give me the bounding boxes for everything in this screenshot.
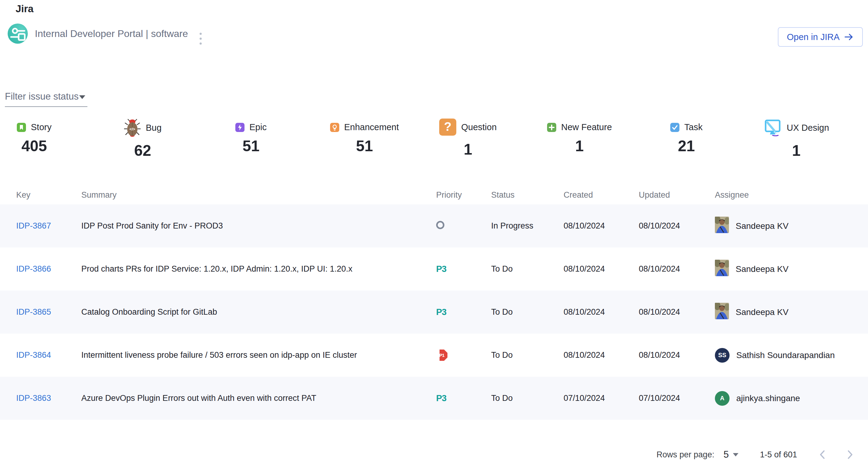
previous-page-button[interactable] <box>817 449 829 461</box>
issue-updated: 08/10/2024 <box>639 351 715 360</box>
rows-per-page-value: 5 <box>723 449 728 460</box>
new-feature-icon <box>547 123 556 132</box>
counter-value: 51 <box>356 137 373 155</box>
enhancement-icon <box>330 123 339 132</box>
open-in-jira-label: Open in JIRA <box>787 32 840 42</box>
issue-created: 08/10/2024 <box>564 221 639 231</box>
counter-label: New Feature <box>561 122 612 132</box>
column-header-created: Created <box>564 190 639 200</box>
assignee-name: Sathish Soundarapandian <box>736 351 835 360</box>
issue-key-link[interactable]: IDP-3865 <box>16 307 51 317</box>
avatar: A <box>715 391 730 406</box>
project-name: Internal Developer Portal | software <box>35 28 188 39</box>
counter-label: Enhancement <box>344 122 399 132</box>
counter-task: Task 21 <box>670 119 703 155</box>
next-page-button[interactable] <box>843 449 856 461</box>
counter-value: 62 <box>134 142 151 160</box>
counter-label: UX Design <box>787 123 829 133</box>
issue-status: To Do <box>491 307 564 317</box>
priority-p3-badge: P3 <box>436 393 446 403</box>
issue-status: To Do <box>491 351 564 360</box>
issue-key-link[interactable]: IDP-3864 <box>16 351 51 360</box>
question-icon: ? <box>439 119 456 136</box>
epic-icon <box>235 123 245 132</box>
issue-key-link[interactable]: IDP-3866 <box>16 264 51 273</box>
issue-created: 08/10/2024 <box>564 351 639 360</box>
pagination-bar: Rows per page: 5 1-5 of 601 <box>656 445 856 464</box>
issue-summary: Prod charts PRs for IDP Service: 1.20.x,… <box>81 264 436 274</box>
bug-icon: </> <box>124 119 141 137</box>
chevron-down-icon <box>733 453 738 457</box>
svg-text:?: ? <box>444 120 452 133</box>
counter-value: 1 <box>792 142 801 160</box>
counter-question: ? Question 1 <box>439 119 497 158</box>
table-row: IDP-3864 Intermittent liveness probe fai… <box>0 334 868 377</box>
ux-design-icon <box>764 119 782 137</box>
counter-label: Story <box>31 122 52 132</box>
counter-value: 405 <box>21 137 47 155</box>
counter-ux-design: UX Design 1 <box>764 119 829 160</box>
table-row: IDP-3863 Azure DevOps Plugin Errors out … <box>0 377 868 420</box>
svg-text:</>: </> <box>130 127 135 131</box>
counter-value: 51 <box>242 137 259 155</box>
table-row: IDP-3866 Prod charts PRs for IDP Service… <box>0 247 868 291</box>
counter-value: 21 <box>678 137 695 155</box>
issue-updated: 08/10/2024 <box>639 221 715 231</box>
task-icon <box>670 123 679 132</box>
assignee-name: Sandeepa KV <box>736 264 788 274</box>
issue-summary: Catalog Onboarding Script for GitLab <box>81 307 436 317</box>
issue-summary: Azure DevOps Plugin Errors out with Auth… <box>81 394 436 403</box>
column-header-assignee: Assignee <box>715 190 852 200</box>
issues-table: Key Summary Priority Status Created Upda… <box>0 186 868 420</box>
kebab-menu-icon[interactable] <box>194 30 207 47</box>
issue-type-counters: Story 405 </> <box>0 119 868 176</box>
column-header-priority: Priority <box>436 190 491 200</box>
issue-summary: Intermittent liveness probe failure / 50… <box>81 351 436 360</box>
column-header-status: Status <box>491 190 564 200</box>
issue-status: To Do <box>491 394 564 403</box>
assignee-name: ajinkya.shingane <box>736 394 800 403</box>
chevron-right-icon <box>843 449 856 461</box>
priority-p3-badge: P3 <box>436 307 446 317</box>
counter-label: Task <box>684 122 703 132</box>
issue-created: 08/10/2024 <box>564 264 639 274</box>
table-row: IDP-3865 Catalog Onboarding Script for G… <box>0 291 868 334</box>
issue-status: To Do <box>491 264 564 274</box>
page-title: Jira <box>16 3 34 15</box>
rows-per-page-select[interactable]: 5 <box>723 449 738 460</box>
pagination-range: 1-5 of 601 <box>760 450 797 460</box>
filter-issue-status-dropdown[interactable]: Filter issue status <box>5 91 87 107</box>
issue-created: 08/10/2024 <box>564 307 639 317</box>
counter-value: 1 <box>464 140 472 158</box>
priority-p1-badge: P1 <box>436 350 447 361</box>
story-icon <box>17 123 26 132</box>
avatar <box>715 303 729 322</box>
chevron-down-icon <box>79 95 85 99</box>
assignee-name: Sandeepa KV <box>736 307 788 317</box>
counter-epic: Epic 51 <box>235 119 267 155</box>
filter-label: Filter issue status <box>5 91 79 102</box>
table-header: Key Summary Priority Status Created Upda… <box>0 186 868 204</box>
avatar <box>715 260 729 278</box>
avatar: SS <box>715 348 730 363</box>
rows-per-page-label: Rows per page: <box>656 450 714 460</box>
column-header-summary: Summary <box>81 190 436 200</box>
priority-p3-badge: P3 <box>436 264 446 274</box>
counter-label: Epic <box>249 122 267 132</box>
assignee-name: Sandeepa KV <box>736 221 788 231</box>
column-header-key: Key <box>16 190 81 200</box>
counter-new-feature: New Feature 1 <box>547 119 612 155</box>
counter-label: Question <box>461 122 497 132</box>
open-in-jira-button[interactable]: Open in JIRA <box>778 27 863 47</box>
priority-ring-icon <box>436 221 444 229</box>
issue-key-link[interactable]: IDP-3867 <box>16 221 51 230</box>
issue-updated: 08/10/2024 <box>639 264 715 274</box>
issue-created: 07/10/2024 <box>564 394 639 403</box>
counter-story: Story 405 <box>17 119 52 155</box>
avatar <box>715 217 729 235</box>
issue-key-link[interactable]: IDP-3863 <box>16 394 51 403</box>
issue-updated: 07/10/2024 <box>639 394 715 403</box>
chevron-left-icon <box>817 449 829 461</box>
issue-status: In Progress <box>491 221 564 231</box>
issue-summary: IDP Post Prod Sanity for Env - PROD3 <box>81 221 436 231</box>
